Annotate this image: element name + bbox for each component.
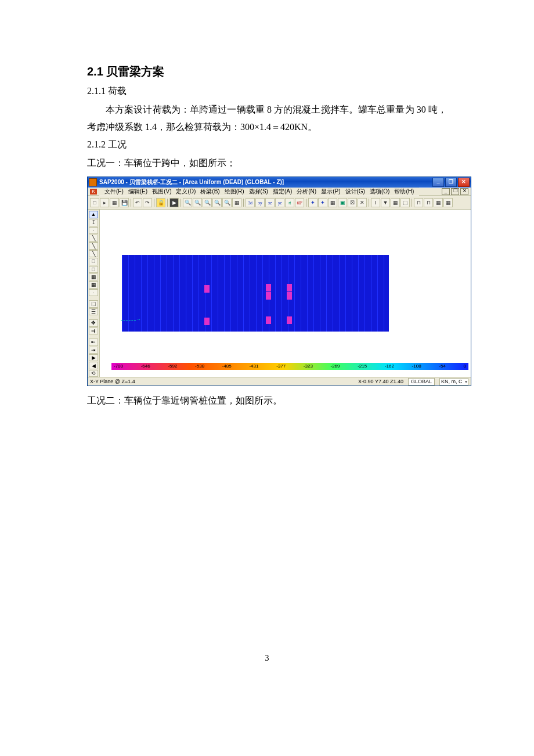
vtool-copy-icon[interactable]: ⇉	[89, 327, 98, 334]
tool-view-60-icon[interactable]: 60°	[295, 198, 304, 207]
status-bar: X-Y Plane @ Z=1.4 X-0.90 Y7.40 Z1.40 GLO…	[88, 377, 471, 386]
menu-draw[interactable]: 绘图(R)	[223, 188, 246, 196]
tool-view-xy-icon[interactable]: xy	[255, 198, 265, 207]
tool-set2-icon[interactable]: ▣	[338, 198, 347, 207]
case-two-text: 工况二：车辆位于靠近钢管桩位置，如图所示。	[87, 392, 447, 409]
tool-frame3-icon[interactable]: ▦	[434, 198, 443, 207]
tool-run-icon[interactable]: ▶	[169, 198, 179, 207]
vtool-line3-icon[interactable]: ╲	[89, 250, 98, 257]
toolbar-separator	[181, 199, 181, 207]
vtool-snap2-icon[interactable]: ⇥	[89, 347, 98, 354]
vtool-step-fwd-icon[interactable]: ▶	[89, 354, 98, 361]
tool-check-icon[interactable]: ☒	[348, 198, 357, 207]
tool-zoom2-icon[interactable]: 🔍	[193, 198, 202, 207]
tool-frame1-icon[interactable]: ⊓	[414, 198, 423, 207]
vtool-refresh-icon[interactable]: ⟲	[89, 370, 98, 377]
tool-x-icon[interactable]: ✕	[358, 198, 367, 207]
toolbar-separator	[243, 199, 244, 207]
left-toolbar: ▲ ꕯ · ╲ ╲ ╲ □ □ ▦ ▦ · ⬚ ☰ ✥ ⇉ ⇤ ⇥ ▶	[88, 210, 100, 377]
tool-right-icon[interactable]: ✦	[318, 198, 327, 207]
status-global-field[interactable]: GLOBAL	[408, 378, 435, 386]
window-minimize-button[interactable]: _	[432, 178, 444, 187]
tool-sel-icon[interactable]: ⬚	[400, 198, 410, 207]
mdi-bar: K 文件(F) 编辑(E) 视图(V) 定义(D) 桥梁(B) 绘图(R) 选择…	[88, 188, 471, 196]
legend-val: -700	[114, 363, 123, 370]
tool-undo-icon[interactable]: ↶	[133, 198, 142, 207]
vtool-rect1-icon[interactable]: □	[89, 258, 98, 265]
model-canvas[interactable]: → -700 -646 -592 -538 -485 -431 -377 -32…	[100, 210, 471, 377]
toolbar-separator	[131, 199, 131, 207]
menu-select[interactable]: 选择(S)	[247, 188, 270, 196]
menu-design[interactable]: 设计(G)	[344, 188, 367, 196]
vtool-assign2-icon[interactable]: ☰	[89, 308, 98, 315]
vtool-move-icon[interactable]: ✥	[89, 319, 98, 326]
mdi-restore-button[interactable]: ❐	[451, 188, 459, 195]
mdi-min-button[interactable]: _	[442, 188, 450, 195]
tool-grid-icon[interactable]: ▦	[110, 198, 119, 207]
legend-val: -323	[304, 363, 313, 370]
paragraph-load-design: 本方案设计荷载为：单跨通过一辆载重 8 方的混凝土搅拌车。罐车总重量为 30 吨…	[87, 101, 447, 136]
tool-info-icon[interactable]: I	[371, 198, 380, 207]
vtool-assign1-icon[interactable]: ⬚	[89, 300, 98, 307]
vtool-point-icon[interactable]: ·	[89, 227, 98, 234]
vtool-pointer-icon[interactable]: ▲	[89, 211, 98, 218]
tool-zoom5-icon[interactable]: 🔍	[222, 198, 232, 207]
menu-analyze[interactable]: 分析(N)	[295, 188, 318, 196]
vtool-dot-icon[interactable]: ·	[89, 289, 98, 296]
tool-view-yz-icon[interactable]: yz	[275, 198, 284, 207]
vtool-select-icon[interactable]: ꕯ	[89, 219, 98, 226]
tool-save-icon[interactable]: 💾	[120, 198, 129, 207]
menu-help[interactable]: 帮助(H)	[392, 188, 416, 196]
tool-frame2-icon[interactable]: ⊓	[424, 198, 433, 207]
window-maximize-button[interactable]: ❐	[445, 178, 457, 187]
tool-open-icon[interactable]: ▸	[100, 198, 109, 207]
tool-lock-icon[interactable]: 🔒	[156, 198, 165, 207]
tool-view-3d-icon[interactable]: 3d	[246, 198, 255, 207]
toolbar-separator	[167, 199, 168, 207]
model-gridlines	[122, 255, 389, 332]
tool-redo-icon[interactable]: ↷	[143, 198, 152, 207]
tool-drop-icon[interactable]: ▼	[381, 198, 390, 207]
load-patch	[204, 318, 210, 325]
tool-new-icon[interactable]: □	[90, 198, 99, 207]
menu-display[interactable]: 显示(P)	[319, 188, 342, 196]
tool-view-rt-icon[interactable]: rt	[285, 198, 294, 207]
tool-view-xz-icon[interactable]: xz	[265, 198, 275, 207]
window-close-button[interactable]: ✕	[458, 178, 470, 187]
mdi-close-button[interactable]: ✕	[460, 188, 468, 195]
axis-marker	[121, 320, 136, 321]
load-patch	[266, 316, 271, 324]
menu-edit[interactable]: 编辑(E)	[127, 188, 149, 196]
load-patch	[287, 284, 292, 291]
tool-zoom1-icon[interactable]: 🔍	[183, 198, 192, 207]
vtool-area1-icon[interactable]: ▦	[89, 273, 98, 280]
vtool-line1-icon[interactable]: ╲	[89, 235, 98, 242]
legend-val: -485	[222, 363, 232, 370]
case-one-text: 工况一：车辆位于跨中，如图所示；	[87, 154, 447, 172]
vtool-line2-icon[interactable]: ╲	[89, 242, 98, 249]
heading-2-1: 2.1 贝雷梁方案	[87, 64, 447, 80]
vtool-step-back-icon[interactable]: ◀	[89, 362, 98, 369]
tool-obj-icon[interactable]: ▦	[391, 198, 400, 207]
load-patch	[204, 285, 210, 293]
status-units-dropdown[interactable]: KN, m, C	[439, 378, 468, 386]
tool-set1-icon[interactable]: ▦	[328, 198, 337, 207]
window-title: SAP2000 - 贝雷梁栈桥-工况二 - [Area Uniform (DEA…	[99, 178, 431, 186]
menu-bridge[interactable]: 桥梁(B)	[199, 188, 221, 196]
vtool-snap1-icon[interactable]: ⇤	[89, 339, 98, 345]
tool-left-icon[interactable]: ✦	[308, 198, 317, 207]
tool-frame4-icon[interactable]: ▦	[443, 198, 453, 207]
workspace: ▲ ꕯ · ╲ ╲ ╲ □ □ ▦ ▦ · ⬚ ☰ ✥ ⇉ ⇤ ⇥ ▶	[88, 210, 471, 377]
menu-view[interactable]: 视图(V)	[150, 188, 173, 196]
tool-zoom3-icon[interactable]: 🔍	[203, 198, 212, 207]
menu-options[interactable]: 选项(O)	[368, 188, 391, 196]
menu-assign[interactable]: 指定(A)	[271, 188, 294, 196]
page-number: 3	[87, 654, 447, 663]
tool-pan-icon[interactable]: ▦	[232, 198, 241, 207]
menu-define[interactable]: 定义(D)	[174, 188, 197, 196]
vtool-rect2-icon[interactable]: □	[89, 266, 98, 273]
legend-val: -646	[141, 363, 150, 370]
menu-file[interactable]: 文件(F)	[103, 188, 125, 196]
tool-zoom4-icon[interactable]: 🔍	[212, 198, 222, 207]
vtool-area2-icon[interactable]: ▦	[89, 281, 98, 288]
